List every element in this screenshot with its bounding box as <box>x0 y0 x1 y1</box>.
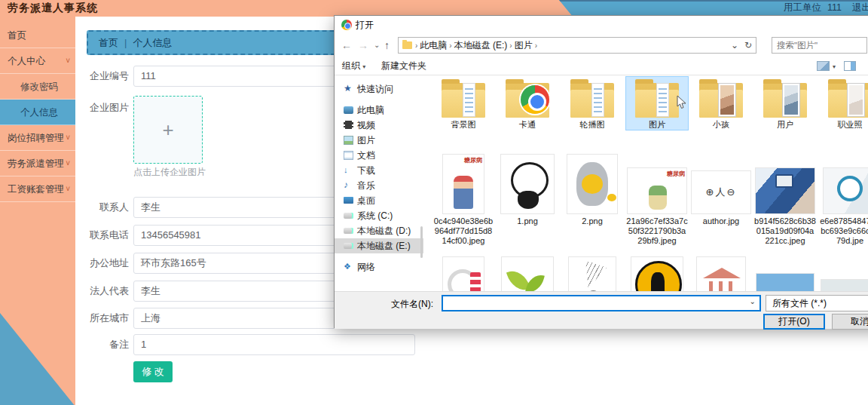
file-item-image[interactable]: 糖尿病 21a96c7ef33a7c50f3221790b3a29bf9.jpe… <box>626 151 688 246</box>
recent-locations-icon[interactable]: ⌄ <box>374 34 380 57</box>
thumbnail-view-icon[interactable] <box>817 61 830 71</box>
file-name: 0c4c940e38e6b964df77dd15d814cf00.jpeg <box>432 216 494 246</box>
folder-icon <box>635 83 679 118</box>
breadcrumb-separator: | <box>124 37 127 48</box>
folder-icon <box>442 83 485 118</box>
sidebar-item-change-password[interactable]: 修改密码 <box>0 74 75 100</box>
file-item-image[interactable] <box>561 256 623 291</box>
organize-button[interactable]: 组织 ▾ <box>342 57 365 76</box>
path-drive-e[interactable]: 本地磁盘 (E:) <box>454 39 508 52</box>
forward-icon[interactable]: → <box>358 34 368 57</box>
tree-item-network[interactable]: ❖网络 <box>335 259 423 275</box>
header-right: 用工单位 111 退出登录 <box>784 0 868 17</box>
folder-item-cartoon[interactable]: 卡通 <box>497 78 558 130</box>
file-item-image[interactable] <box>754 273 816 291</box>
document-icon <box>344 151 353 160</box>
tree-item-documents[interactable]: 文档 <box>335 148 423 163</box>
chevron-down-icon: ˅ <box>66 48 70 74</box>
file-item-image[interactable]: 糖尿病 0c4c940e38e6b964df77dd15d814cf00.jpe… <box>432 151 494 246</box>
tree-item-music[interactable]: ♪音乐 <box>335 178 423 193</box>
file-grid: 背景图 卡通 轮播图 图片 小孩 <box>425 75 868 291</box>
tree-item-quick-access[interactable]: ★快速访问 <box>335 81 423 97</box>
folder-item-carousel[interactable]: 轮播图 <box>561 78 623 130</box>
path-this-pc[interactable]: 此电脑 <box>420 39 447 52</box>
folder-icon <box>699 83 743 118</box>
thumbnail-text: 糖尿病 <box>464 156 482 164</box>
modify-button[interactable]: 修 改 <box>133 361 173 382</box>
file-item-image[interactable] <box>432 256 494 291</box>
file-item-image[interactable] <box>497 256 558 291</box>
field-label-company-no: 企业编号 <box>78 66 129 87</box>
filename-combobox[interactable]: ⌄ <box>442 295 761 311</box>
tree-item-downloads[interactable]: ↓下载 <box>335 163 423 178</box>
new-folder-button[interactable]: 新建文件夹 <box>381 57 426 75</box>
breadcrumb-home[interactable]: 首页 <box>99 37 118 48</box>
up-icon[interactable]: ↑ <box>384 34 390 57</box>
folder-item-users[interactable]: 用户 <box>754 78 816 130</box>
tree-item-videos[interactable]: 视频 <box>335 118 423 133</box>
caret-down-icon: ▾ <box>362 63 365 70</box>
field-label-contact: 联系人 <box>78 197 129 218</box>
sidebar-item-personal-info[interactable]: 个人信息 <box>0 100 75 125</box>
file-item-image[interactable]: e6e8785484785bc693e9c66c6b79d.jpe <box>819 151 868 246</box>
sidebar-item-labor-dispatch[interactable]: 劳务派遣管理˅ <box>0 151 75 176</box>
field-label-address: 办公地址 <box>78 253 129 274</box>
sidebar-item-label: 工资账套管理 <box>8 184 64 195</box>
file-item-image[interactable]: 2.png <box>561 151 623 226</box>
sidebar-item-job-recruit[interactable]: 岗位招聘管理˅ <box>0 125 75 151</box>
tree-item-drive-e[interactable]: 本地磁盘 (E:) <box>335 238 423 253</box>
caret-down-icon[interactable]: ▾ <box>833 63 836 70</box>
file-name: e6e8785484785bc693e9c66c6b79d.jpe <box>819 216 868 246</box>
drive-icon <box>344 213 353 219</box>
folder-item-kids[interactable]: 小孩 <box>690 78 752 130</box>
back-icon[interactable]: ← <box>341 34 352 57</box>
path-pictures[interactable]: 图片 <box>515 39 533 52</box>
tree-item-drive-d[interactable]: 本地磁盘 (D:) <box>335 223 423 238</box>
tree-label: 网络 <box>357 259 375 275</box>
field-label-phone: 联系电话 <box>78 225 129 246</box>
file-item-image[interactable]: 1.png <box>497 151 558 226</box>
search-input[interactable]: 搜索"图片" <box>772 37 867 54</box>
tree-item-pictures[interactable]: 图片 <box>335 133 423 148</box>
screen: 劳务派遣人事系统 用工单位 111 退出登录 首页 个人中心˅ 修改密码 个人信… <box>0 0 868 405</box>
address-dropdown-icon[interactable]: ⌄ <box>731 40 738 51</box>
file-name: 2.png <box>561 216 623 226</box>
landscape-photo-thumbnail <box>756 273 815 291</box>
filename-input[interactable] <box>443 296 744 310</box>
file-item-image[interactable]: ⊕人⊖ author.jpg <box>690 151 752 226</box>
tree-label: 系统 (C:) <box>357 208 393 223</box>
file-item-image[interactable] <box>626 256 688 291</box>
folder-icon <box>828 83 868 118</box>
cancel-button[interactable]: 取消 <box>832 314 868 330</box>
dialog-titlebar[interactable]: 打开 <box>335 16 868 34</box>
file-item-image[interactable] <box>690 256 752 291</box>
tree-item-this-pc[interactable]: 此电脑 <box>335 103 423 118</box>
file-name: 卡通 <box>497 120 558 130</box>
remark-input[interactable]: 1 <box>133 334 415 355</box>
open-button[interactable]: 打开(O) <box>763 314 825 330</box>
preview-pane-icon[interactable] <box>844 61 856 71</box>
image-thumbnail <box>500 154 555 214</box>
folder-item-professional[interactable]: 职业照 <box>819 78 868 130</box>
logout-link[interactable]: 退出登录 <box>852 0 868 17</box>
tree-scrollbar[interactable] <box>420 226 423 258</box>
field-label-remark: 备注 <box>78 334 129 355</box>
company-image-upload[interactable]: + <box>133 96 203 164</box>
file-type-filter[interactable]: 所有文件 (*.*) <box>766 295 868 311</box>
file-item-image[interactable] <box>819 279 868 291</box>
sidebar-item-personal-center[interactable]: 个人中心˅ <box>0 48 75 74</box>
sidebar-item-salary-account[interactable]: 工资账套管理˅ <box>0 176 75 202</box>
folder-item-bg[interactable]: 背景图 <box>432 78 494 130</box>
chevron-down-icon: ˅ <box>66 176 70 202</box>
dialog-title: 打开 <box>356 16 374 34</box>
drive-icon <box>344 243 353 249</box>
tree-item-desktop[interactable]: 桌面 <box>335 193 423 208</box>
sidebar-item-home[interactable]: 首页 <box>0 23 75 48</box>
path-separator: › <box>449 41 451 50</box>
sidebar-item-label: 个人信息 <box>20 107 58 118</box>
tree-item-drive-c[interactable]: 系统 (C:) <box>335 208 423 223</box>
file-item-image[interactable]: b914f5628c6b38015a19d09f04a221cc.jpeg <box>754 151 816 246</box>
refresh-icon[interactable]: ↻ <box>744 40 752 51</box>
address-bar[interactable]: › 此电脑 › 本地磁盘 (E:) › 图片 › ⌄ ↻ <box>398 37 756 54</box>
chevron-down-icon: ˅ <box>66 125 70 151</box>
